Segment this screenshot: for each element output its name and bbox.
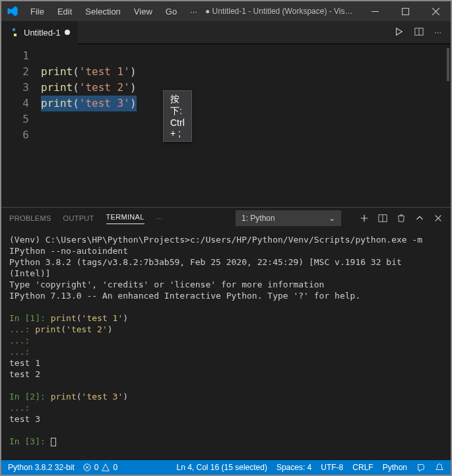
menu-more-icon[interactable]: ··· <box>185 7 203 16</box>
status-bar: Python 3.8.2 32-bit 0 0 Ln 4, Col 16 (15… <box>1 460 451 475</box>
new-terminal-button[interactable] <box>360 214 369 223</box>
split-editor-button[interactable] <box>414 27 424 38</box>
line-number: 3 <box>1 80 41 96</box>
tab-dirty-indicator-icon <box>65 30 70 35</box>
panel-tab-problems[interactable]: PROBLEMS <box>9 214 51 222</box>
menu-view[interactable]: View <box>129 7 158 16</box>
line-number: 4 <box>1 96 41 111</box>
tab-label: Untitled-1 <box>24 28 61 38</box>
window-close-button[interactable] <box>420 1 451 21</box>
code-area[interactable]: print('test 1') print('test 2') print('t… <box>41 44 137 207</box>
panel-tab-more-icon[interactable]: ··· <box>156 214 163 222</box>
kill-terminal-button[interactable] <box>397 214 406 223</box>
status-python-version[interactable]: Python 3.8.2 32-bit <box>8 463 75 472</box>
status-eol[interactable]: CRLF <box>352 463 373 472</box>
status-feedback-icon[interactable] <box>416 463 426 472</box>
close-panel-button[interactable] <box>434 214 443 223</box>
warning-icon <box>101 463 110 472</box>
terminal-output[interactable]: (Venv) C:\Users\HP\Python\Projects>c:/Us… <box>1 229 451 460</box>
tab-more-actions-icon[interactable]: ··· <box>434 27 441 38</box>
status-encoding[interactable]: UTF-8 <box>321 463 343 472</box>
status-language-mode[interactable]: Python <box>383 463 407 472</box>
editor-tabs: Untitled-1 ··· <box>1 21 451 44</box>
line-number: 2 <box>1 64 41 80</box>
line-number-gutter: 1 2 3 4 5 6 <box>1 44 41 207</box>
line-number: 5 <box>1 111 41 127</box>
editor-scrollbar[interactable] <box>447 48 449 81</box>
python-file-icon <box>9 27 20 38</box>
bottom-panel: PROBLEMS OUTPUT TERMINAL ··· 1: Python ⌄… <box>1 207 451 460</box>
status-notifications-icon[interactable] <box>435 463 444 472</box>
menu-go[interactable]: Go <box>160 7 182 16</box>
terminal-select-dropdown[interactable]: 1: Python ⌄ <box>236 210 341 226</box>
window-minimize-button[interactable] <box>360 1 390 21</box>
window-maximize-button[interactable] <box>390 1 420 21</box>
menu-file[interactable]: File <box>25 7 49 16</box>
split-terminal-button[interactable] <box>378 214 387 223</box>
code-editor[interactable]: 1 2 3 4 5 6 print('test 1') print('test … <box>1 44 451 207</box>
window-title: ● Untitled-1 - Untitled (Workspace) - Vi… <box>205 7 357 16</box>
tab-untitled-1[interactable]: Untitled-1 <box>1 21 78 44</box>
terminal-select-value: 1: Python <box>242 214 275 223</box>
line-number: 1 <box>1 48 41 64</box>
title-bar: File Edit Selection View Go ··· ● Untitl… <box>1 1 451 21</box>
error-icon <box>82 463 92 472</box>
menu-selection[interactable]: Selection <box>80 7 125 16</box>
status-problems[interactable]: 0 0 <box>82 463 117 472</box>
vscode-logo-icon <box>7 5 18 17</box>
svg-rect-0 <box>402 8 408 15</box>
status-indentation[interactable]: Spaces: 4 <box>276 463 311 472</box>
menu-edit[interactable]: Edit <box>52 7 77 16</box>
run-button[interactable] <box>395 27 404 38</box>
maximize-panel-button[interactable] <box>415 214 424 223</box>
panel-tab-output[interactable]: OUTPUT <box>63 214 94 222</box>
status-cursor-position[interactable]: Ln 4, Col 16 (15 selected) <box>177 463 267 472</box>
line-number: 6 <box>1 127 41 143</box>
panel-tab-terminal[interactable]: TERMINAL <box>106 213 145 224</box>
keyboard-shortcut-tooltip: 按下: Ctrl + ; <box>163 90 192 142</box>
chevron-down-icon: ⌄ <box>329 214 335 223</box>
